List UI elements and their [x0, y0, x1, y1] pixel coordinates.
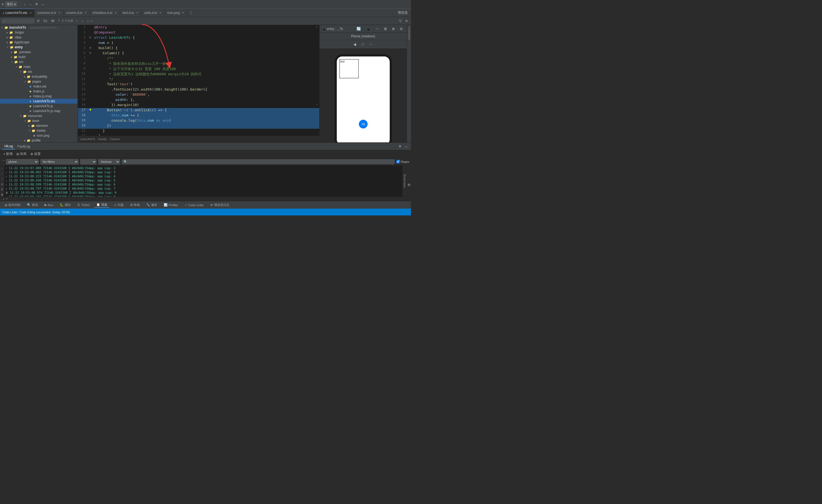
search-prev-btn[interactable]: ↑	[74, 19, 79, 23]
preview-home-btn[interactable]: □	[360, 42, 365, 47]
bottom-tab-log[interactable]: 📋 日志	[94, 202, 109, 208]
tab-common[interactable]: common.d.ts ✕	[35, 9, 64, 17]
tab-close-common[interactable]: ✕	[58, 11, 61, 14]
bottom-tab-profiler[interactable]: 📊 Profiler	[161, 203, 180, 207]
log-scroll-up-btn[interactable]: ↑	[1, 167, 3, 171]
tab-more-button[interactable]: ⋮	[187, 11, 195, 15]
tab-learnarkts[interactable]: ● LearnArkTs.ets ✕	[0, 9, 35, 17]
empty-select[interactable]	[80, 159, 97, 164]
sidebar-file-learnarkts-map[interactable]: ■ LearnArkTs.js.map	[0, 109, 77, 113]
log-tab-faultlog[interactable]: FaultLog	[15, 144, 32, 149]
bottom-tab-debug[interactable]: 🐛 调试	[58, 202, 73, 208]
tab-close-learnarkts[interactable]: ✕	[29, 11, 32, 14]
search-case-btn[interactable]: Cc	[42, 19, 49, 23]
bottom-tab-todo[interactable]: ☰ TODO	[75, 203, 92, 207]
sidebar-item-preview[interactable]: ▶ 📁 .preview	[0, 50, 77, 55]
project-label[interactable]: 项目 ▾	[5, 1, 17, 7]
sidebar-item-resources[interactable]: ▼ 📁 resources	[0, 113, 77, 118]
notifications-btn[interactable]: Notifications	[407, 26, 411, 41]
search-filter-btn[interactable]: ▽	[398, 18, 403, 23]
preview-device-btn[interactable]: 📱	[364, 26, 372, 31]
tab-close-text[interactable]: ✕	[136, 11, 138, 14]
layout-btn[interactable]: ↕	[23, 2, 27, 7]
phone-button-circle[interactable]: +1	[359, 120, 368, 128]
sidebar-file-learnarkts-js[interactable]: ■ LearnArkTs.js	[0, 104, 77, 109]
sidebar-file-index-map[interactable]: ■ Index.js.map	[0, 94, 77, 99]
code-container[interactable]: 1 @Entry ✓ 2 @Component 3 ▼ struct Learn…	[78, 25, 319, 136]
sidebar-item-media[interactable]: ▼ 📁 media	[0, 128, 77, 133]
filter-select[interactable]: No filters	[40, 159, 79, 164]
level-select[interactable]: Verbose	[98, 159, 120, 164]
log-bookmark-btn[interactable]: ☰	[0, 187, 4, 191]
bottom-tab-previewlog[interactable]: 👁 预览器日志	[208, 202, 232, 208]
sidebar-item-hvigor[interactable]: ▶ 📁 .hvigor	[0, 30, 77, 35]
sidebar-item-entryability[interactable]: ▶ 📁 entryability	[0, 74, 77, 79]
preview-zoom-btn[interactable]: ⊕	[390, 26, 397, 31]
log-scroll-down-btn[interactable]: ↓	[1, 172, 3, 176]
log-layout-btn[interactable]: ⊞ 布局	[15, 151, 28, 157]
log-tab-hilog[interactable]: HiLog	[2, 143, 15, 149]
log-wrap-btn[interactable]: ↕	[1, 177, 3, 181]
sidebar-file-icon-png[interactable]: ■ icon.png	[0, 133, 77, 138]
breadcrumb-part-1: LearnArkTs	[80, 137, 95, 141]
sidebar-root-project[interactable]: ▼ 📁 learnArkTs →wangkai/qf/learnArkTs	[0, 25, 77, 30]
tab-close-icon[interactable]: ✕	[182, 11, 184, 14]
tab-checkbox[interactable]: checkbox.d.ts ✕	[90, 9, 120, 17]
search-close-btn[interactable]: ✕	[404, 19, 409, 23]
preview-ellipsis-btn[interactable]: ⋯	[368, 42, 374, 47]
sidebar-item-build[interactable]: ▶ 📁 build	[0, 55, 77, 59]
device-select[interactable]: phone	[6, 159, 39, 164]
tab-enums[interactable]: enums.d.ts ✕	[64, 9, 90, 17]
log-add-btn[interactable]: + 新增	[2, 151, 14, 157]
log-config-btn[interactable]: ⚙ 设置	[29, 151, 42, 157]
bottom-tab-problems[interactable]: ⚠ 问题	[112, 202, 126, 208]
preview-grid-btn[interactable]: ⊞	[382, 26, 389, 31]
sidebar-item-appscope[interactable]: ▶ 📁 AppScope	[0, 40, 77, 45]
preview-back-btn[interactable]: ◀	[352, 42, 358, 47]
log-clear-btn[interactable]: 🗑	[0, 193, 4, 197]
search-input[interactable]	[2, 19, 34, 23]
tab-icon[interactable]: icon.png ✕	[164, 9, 187, 17]
bottom-tab-terminal[interactable]: ⊞ 终端	[128, 202, 142, 208]
regex-checkbox[interactable]	[396, 160, 400, 163]
preview-refresh-btn[interactable]: 🔄	[355, 26, 363, 31]
log-close-btn[interactable]: —	[404, 144, 409, 149]
sidebar-file-learnarkts-ets[interactable]: ■ LearnArkTs.ets	[0, 99, 77, 104]
settings-btn[interactable]: ⚙	[34, 2, 39, 7]
sidebar-item-profile[interactable]: ▶ 📁 profile	[0, 138, 77, 142]
sidebar-file-index-js[interactable]: ■ Index.js	[0, 89, 77, 94]
log-settings-btn[interactable]: ⚙	[398, 144, 403, 149]
bottom-tab-codelinter[interactable]: ✓ Code Linter	[182, 203, 206, 207]
sidebar-item-ets[interactable]: ▼ 📁 ets	[0, 69, 77, 74]
tab-close-units[interactable]: ✕	[159, 11, 161, 14]
sidebar-label-index-ets: Index.ets	[33, 85, 47, 88]
sidebar-label-ets: ets	[28, 70, 32, 74]
minimize-btn[interactable]: —	[40, 2, 45, 7]
tab-close-enums[interactable]: ✕	[85, 11, 87, 14]
tab-units[interactable]: units.d.ts ✕	[141, 9, 164, 17]
sidebar-item-element[interactable]: ▶ 📁 element	[0, 123, 77, 128]
bottom-tab-version[interactable]: 🖥 版本控制	[2, 202, 23, 208]
preview-more-btn[interactable]: ⋯	[374, 26, 381, 31]
search-word-btn[interactable]: W	[50, 19, 56, 23]
bottom-tab-find[interactable]: 🔍 查找	[25, 202, 40, 208]
search-nav-arrows[interactable]: ←→	[85, 19, 95, 23]
log-filter-icon-btn[interactable]: ⊟	[1, 182, 4, 186]
search-reset-btn[interactable]: ↺	[35, 19, 41, 23]
preview-settings-btn[interactable]: ⊖	[398, 26, 404, 31]
sidebar-item-base[interactable]: ▼ 📁 base	[0, 118, 77, 123]
tab-close-checkbox[interactable]: ✕	[115, 11, 117, 14]
sidebar-item-src[interactable]: ▼ 📁 src	[0, 59, 77, 64]
search-next-btn[interactable]: ↓	[80, 19, 84, 23]
sidebar-item-main[interactable]: ▼ 📁 main	[0, 64, 77, 69]
sidebar-file-index-ets[interactable]: ■ Index.ets	[0, 84, 77, 89]
bottom-tab-run[interactable]: ▶ Run	[42, 203, 55, 207]
sidebar-item-pages[interactable]: ▼ 📁 pages	[0, 79, 77, 84]
sidebar-item-idea[interactable]: ▶ 📁 .idea	[0, 35, 77, 40]
split-btn[interactable]: ↔	[28, 2, 33, 7]
bottom-tab-services[interactable]: 🔧 服务	[144, 202, 159, 208]
sidebar-item-entry[interactable]: ▼ 📁 entry	[0, 45, 77, 50]
tab-text[interactable]: text.d.ts ✕	[120, 9, 141, 17]
log-search-input[interactable]	[122, 159, 395, 164]
search-regex-btn[interactable]: *	[57, 19, 61, 23]
